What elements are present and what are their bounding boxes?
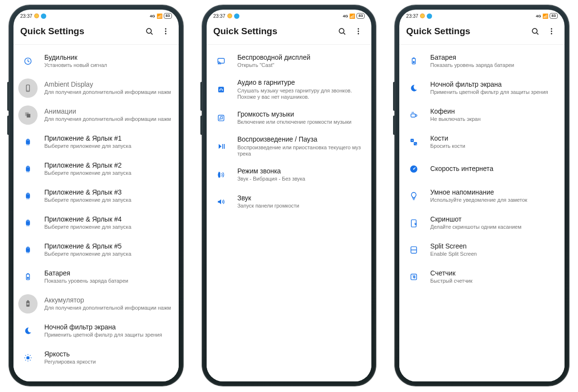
list-item-subtitle: Открыть "Cast" — [237, 62, 365, 69]
list-item-title: Звук — [237, 194, 365, 203]
list-item-subtitle: Применить цветной фильтр для защиты зрен… — [44, 332, 172, 339]
more-button[interactable] — [159, 25, 172, 38]
list-item[interactable]: Громкость музыкиВключение или отключение… — [207, 105, 372, 131]
status-time: 23:37 — [20, 13, 32, 19]
list-item[interactable]: Приложение & Ярлык #5Выберите приложение… — [13, 236, 179, 263]
list-item-title: Яркость — [44, 350, 172, 359]
battery-level: 83 — [164, 13, 172, 19]
list-item[interactable]: ЯркостьРегулировка яркости — [13, 344, 179, 371]
list-item-text: Ночной фильтр экранаПрименить цветной фи… — [430, 80, 558, 96]
weather-icon — [420, 13, 425, 18]
list-item[interactable]: Аудио в гарнитуреСлушать музыку через га… — [207, 75, 372, 105]
settings-list[interactable]: БатареяПоказать уровень заряда батареиНо… — [399, 45, 565, 381]
list-item[interactable]: Приложение & Ярлык #4Выберите приложение… — [13, 209, 179, 236]
list-item-subtitle: Показать уровень заряда батареи — [430, 62, 558, 69]
list-item[interactable]: Беспроводной дисплейОткрыть "Cast" — [207, 48, 372, 75]
list-item-text: БудильникУстановить новый сигнал — [44, 53, 172, 69]
settings-list[interactable]: Беспроводной дисплейОткрыть "Cast"Аудио … — [207, 45, 372, 381]
list-item-title: Ночной фильтр экрана — [44, 323, 172, 332]
screen: 23:374G📶83Quick SettingsБудильникУстанов… — [13, 10, 179, 381]
list-item[interactable]: Режим звонкаЗвук - Вибрация - Без звука — [207, 161, 372, 188]
status-time: 23:37 — [213, 13, 225, 19]
list-item-subtitle: Включение или отключение громкости музык… — [237, 119, 365, 126]
bright-icon — [18, 348, 38, 367]
list-item-text: Режим звонкаЗвук - Вибрация - Без звука — [237, 167, 365, 183]
coffee-icon — [404, 105, 423, 125]
sound-icon — [211, 192, 231, 211]
phone-mockup: 23:374G📶83Quick SettingsБеспроводной дис… — [202, 5, 377, 386]
list-item-title: Кости — [430, 134, 558, 143]
list-item[interactable]: ЗвукЗапуск панели громкости — [207, 188, 372, 215]
split-icon — [404, 240, 423, 260]
battery-level: 83 — [550, 13, 558, 19]
list-item[interactable]: АнимацииДля получения дополнительной инф… — [13, 102, 179, 129]
screen: 23:374G📶83Quick SettingsБеспроводной дис… — [207, 10, 372, 381]
list-item-text: КостиБросить кости — [430, 134, 558, 150]
list-item[interactable]: Умное напоминаниеИспользуйте уведомление… — [399, 183, 565, 209]
list-item-subtitle: Для получения дополнительной информации … — [44, 116, 172, 123]
moon-icon — [18, 321, 38, 340]
list-item-title: Батарея — [430, 53, 558, 62]
list-item[interactable]: Ambient DisplayДля получения дополнитель… — [13, 75, 179, 102]
list-item-title: Батарея — [44, 269, 172, 278]
list-item-title: Аккумулятор — [44, 296, 172, 305]
list-item[interactable]: АккумуляторДля получения дополнительной … — [13, 290, 179, 317]
search-button[interactable] — [529, 25, 541, 38]
speed-icon — [404, 159, 423, 179]
list-item-title: Split Screen — [430, 242, 558, 251]
app-bar: Quick Settings — [13, 20, 179, 45]
list-item-text: Умное напоминаниеИспользуйте уведомление… — [430, 188, 558, 204]
list-item[interactable]: Приложение & Ярлык #2Выберите приложение… — [13, 156, 179, 183]
clock-icon — [18, 52, 38, 71]
list-item[interactable]: Приложение & Ярлык #3Выберите приложение… — [13, 183, 179, 209]
weather-icon — [34, 13, 39, 18]
list-item-text: Split ScreenEnable Split Screen — [430, 242, 558, 258]
list-item[interactable]: СчетчикБыстрый счетчик — [399, 263, 565, 290]
playpause-icon — [211, 137, 231, 156]
list-item-title: Приложение & Ярлык #1 — [44, 134, 172, 143]
more-button[interactable] — [352, 25, 365, 38]
status-bar: 23:374G📶83 — [207, 10, 372, 20]
list-item-subtitle: Воспроизведение или приостановка текущег… — [237, 144, 365, 158]
list-item-subtitle: Используйте уведомление для заметок — [430, 197, 558, 204]
list-item-title: Громкость музыки — [237, 110, 365, 119]
list-item[interactable]: БатареяПоказать уровень заряда батареи — [399, 48, 565, 75]
cast-icon — [211, 52, 231, 71]
android-icon — [18, 186, 38, 206]
list-item[interactable]: Приложение & Ярлык #1Выберите приложение… — [13, 129, 179, 156]
shot-icon — [404, 213, 423, 233]
settings-list[interactable]: БудильникУстановить новый сигналAmbient … — [13, 45, 179, 381]
list-item-text: БатареяПоказать уровень заряда батареи — [44, 269, 172, 285]
list-item-title: Приложение & Ярлык #3 — [44, 188, 172, 197]
list-item[interactable]: КостиБросить кости — [399, 129, 565, 156]
headset-icon — [211, 80, 231, 99]
list-item-subtitle: Выберите приложение для запуска — [44, 224, 172, 231]
list-item[interactable]: Split ScreenEnable Split Screen — [399, 236, 565, 263]
list-item-title: Счетчик — [430, 269, 558, 278]
list-item[interactable]: Ночной фильтр экранаПрименить цветной фи… — [399, 75, 565, 102]
list-item[interactable]: БудильникУстановить новый сигнал — [13, 48, 179, 75]
phone-mockup: 23:374G📶83Quick SettingsБатареяПоказать … — [394, 5, 569, 386]
list-item-subtitle: Не выключать экран — [430, 116, 558, 123]
search-button[interactable] — [336, 25, 348, 38]
telegram-icon — [234, 13, 239, 19]
signal-icon: 📶 — [157, 13, 162, 19]
list-item-subtitle: Бросить кости — [430, 143, 558, 150]
more-button[interactable] — [545, 25, 558, 38]
list-item[interactable]: КофеинНе выключать экран — [399, 102, 565, 129]
list-item[interactable]: СкриншотДелайте скриншоты одним касанием — [399, 209, 565, 236]
list-item[interactable]: Воспроизведение / ПаузаВоспроизведение и… — [207, 131, 372, 161]
battery-icon — [18, 267, 38, 287]
list-item[interactable]: Ночной фильтр экранаПрименить цветной фи… — [13, 317, 179, 344]
list-item-subtitle: Выберите приложение для запуска — [44, 143, 172, 150]
network-label: 4G — [150, 14, 155, 18]
list-item[interactable]: Скорость интернета — [399, 156, 565, 183]
list-item-text: ЯркостьРегулировка яркости — [44, 350, 172, 366]
list-item-text: Беспроводной дисплейОткрыть "Cast" — [237, 53, 365, 69]
list-item-title: Ambient Display — [44, 80, 172, 89]
search-button[interactable] — [143, 25, 156, 38]
android-icon — [18, 159, 38, 179]
music-vol-icon — [211, 108, 231, 128]
list-item[interactable]: БатареяПоказать уровень заряда батареи — [13, 263, 179, 290]
list-item-text: Приложение & Ярлык #3Выберите приложение… — [44, 188, 172, 204]
